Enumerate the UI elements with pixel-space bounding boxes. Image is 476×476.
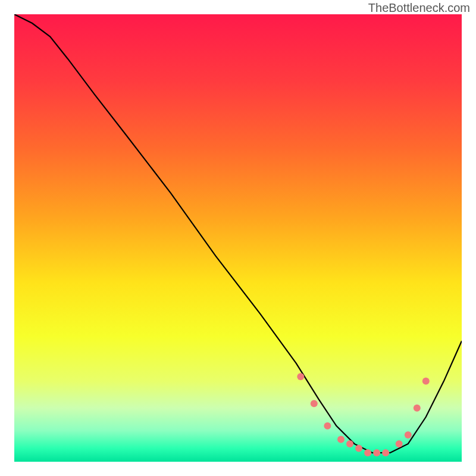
valley-marker bbox=[373, 449, 380, 456]
valley-marker bbox=[337, 436, 345, 443]
valley-marker bbox=[311, 400, 318, 407]
chart-svg bbox=[14, 14, 462, 462]
valley-marker bbox=[422, 378, 430, 385]
valley-marker bbox=[396, 440, 403, 447]
valley-marker bbox=[346, 440, 353, 447]
valley-marker bbox=[382, 449, 389, 456]
valley-marker bbox=[297, 373, 304, 380]
valley-marker bbox=[405, 431, 412, 439]
chart-background bbox=[14, 14, 462, 462]
watermark-text: TheBottleneck.com bbox=[368, 1, 470, 15]
valley-marker bbox=[355, 444, 362, 452]
valley-marker bbox=[364, 449, 371, 456]
chart-container bbox=[14, 14, 462, 462]
valley-marker bbox=[324, 422, 331, 430]
valley-marker bbox=[414, 405, 421, 412]
